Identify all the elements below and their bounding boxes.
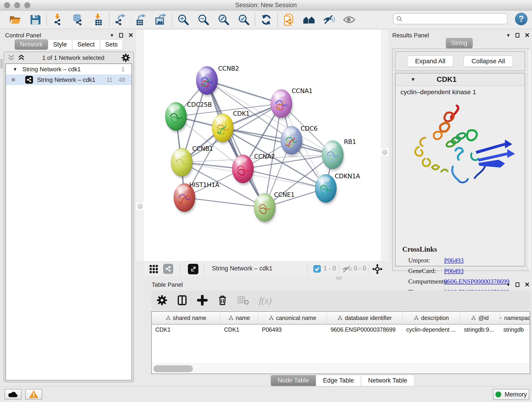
show-columns-icon[interactable] [177, 295, 187, 306]
control-panel-menu-icon[interactable]: ▼ [110, 33, 114, 38]
network-canvas[interactable]: CCNB2CCNA1CDC25BCDK1CDC6RB1CCNB1CCNA2CDK… [144, 30, 381, 261]
network-node-label: CDC25B [187, 101, 212, 108]
table-panel-menu-icon[interactable]: ▼ [506, 282, 511, 287]
table-cell[interactable]: CDK1 [152, 325, 220, 335]
tab-network[interactable]: Network [15, 39, 48, 50]
export-network-icon[interactable] [114, 14, 127, 26]
gear-icon[interactable] [121, 53, 130, 62]
expand-all-button[interactable]: Expand All [407, 56, 453, 67]
hidden-counts: 0 - 0 [354, 265, 366, 272]
help-button[interactable]: ? [515, 13, 527, 25]
tab-sets[interactable]: Sets [100, 39, 123, 50]
expand-all-icon[interactable] [17, 54, 25, 61]
network-tree-root-row[interactable]: ▼ String Network – cdk1 1 [6, 64, 132, 75]
tab-node-table[interactable]: Node Table [271, 375, 316, 386]
hidden-eye-icon[interactable] [342, 265, 352, 273]
zoom-out-icon[interactable] [197, 14, 209, 26]
left-splitter[interactable] [136, 30, 144, 261]
import-network-file-icon[interactable] [52, 14, 64, 26]
horizontal-splitter-grip[interactable] [336, 276, 342, 280]
show-all-icon[interactable] [343, 14, 355, 26]
table-cell[interactable]: P06493 [258, 325, 327, 335]
tab-style[interactable]: Style [48, 39, 72, 50]
grid-view-icon[interactable] [149, 265, 158, 274]
delete-column-icon[interactable] [217, 295, 228, 306]
first-neighbors-icon[interactable] [303, 14, 315, 26]
column-header-name[interactable]: name [220, 312, 258, 324]
table-horizontal-scrollbar[interactable] [152, 364, 530, 374]
column-header-description[interactable]: description [403, 312, 460, 324]
import-network-database-icon[interactable] [72, 14, 84, 26]
network-badge-icon[interactable] [163, 264, 173, 274]
memory-status-dot [495, 391, 501, 397]
column-header-sharedname[interactable]: shared name [152, 312, 220, 324]
open-session-icon[interactable] [9, 14, 21, 26]
toolbar-separator [277, 13, 278, 26]
column-header-id[interactable]: @id [460, 312, 500, 324]
zoom-selected-icon[interactable] [238, 14, 250, 26]
table-panel-float-icon[interactable] [515, 282, 519, 287]
tab-edge-table[interactable]: Edge Table [316, 375, 361, 386]
table-cell[interactable]: 9606.ENSP00000378699 [327, 325, 403, 335]
splitter-grip[interactable] [382, 150, 387, 155]
results-scrollbar-thumb[interactable] [0, 59, 3, 69]
clone-network-icon[interactable] [283, 14, 295, 26]
table-cell[interactable]: CDK1 [220, 325, 258, 335]
control-panel-close-icon[interactable]: ✕ [128, 32, 133, 39]
search-input[interactable] [403, 15, 501, 22]
tab-select[interactable]: Select [72, 39, 100, 50]
results-scrollbar[interactable] [528, 49, 532, 270]
zoom-fit-icon[interactable] [218, 14, 230, 26]
results-panel-menu-icon[interactable]: ▼ [506, 33, 511, 38]
save-session-icon[interactable] [29, 14, 41, 26]
memory-button[interactable]: Memory [493, 389, 529, 400]
table-cell[interactable]: stringdb [500, 325, 530, 335]
control-panel-float-icon[interactable] [119, 33, 123, 38]
table-cell[interactable]: cyclin-dependent ... [403, 325, 460, 335]
collapse-all-button[interactable]: Collapse All [463, 56, 513, 67]
network-panel-box: 1 of 1 Network selected ▼ String Network… [4, 51, 134, 382]
export-image-icon[interactable] [155, 14, 167, 26]
collapse-all-icon[interactable] [7, 54, 15, 61]
column-header-namespace[interactable]: namespace [500, 312, 530, 324]
control-panel-title: Control Panel [5, 32, 41, 39]
results-panel-close-icon[interactable]: ✕ [525, 32, 530, 39]
network-tree-row-selected[interactable]: String Network – cdk1 11 48 [6, 75, 132, 85]
selected-checkbox[interactable] [313, 265, 321, 273]
cloud-status-button[interactable] [5, 389, 22, 400]
export-table-icon[interactable] [135, 14, 147, 26]
zoom-in-icon[interactable] [177, 14, 189, 26]
tree-expander-icon[interactable]: ▼ [13, 67, 17, 72]
add-column-icon[interactable] [197, 295, 208, 306]
tab-network-table[interactable]: Network Table [361, 375, 414, 386]
import-table-icon[interactable] [92, 14, 104, 26]
table-panel-close-icon[interactable]: ✕ [525, 281, 530, 288]
table-row[interactable]: CDK1CDK1P064939606.ENSP00000378699cyclin… [152, 325, 530, 335]
hide-selected-icon[interactable] [323, 14, 335, 26]
network-node-label: CCNB1 [192, 145, 213, 152]
move-crosshair-icon[interactable] [372, 264, 383, 274]
column-header-databaseidentifier[interactable]: database identifier [327, 312, 403, 324]
crosslink-value-link[interactable]: P06493 [444, 267, 464, 274]
window-title: Session: New Session [0, 2, 532, 9]
node-result-description: cyclin–dependent kinase 1 [395, 86, 525, 96]
network-edge[interactable] [243, 169, 326, 188]
network-edge[interactable] [184, 198, 265, 207]
table-panel-tabs: Node TableEdge TableNetwork Table [271, 375, 414, 386]
right-splitter[interactable] [381, 30, 389, 261]
column-header-canonicalname[interactable]: canonical name [258, 312, 327, 324]
tab-string[interactable]: String [446, 38, 473, 48]
results-panel-float-icon[interactable] [515, 33, 519, 38]
crosslink-value-link[interactable]: P06493 [444, 257, 464, 264]
splitter-grip[interactable] [138, 204, 143, 209]
warning-status-button[interactable] [25, 389, 42, 400]
table-settings-gear-icon[interactable] [157, 295, 167, 306]
refresh-icon[interactable] [260, 14, 272, 26]
column-type-icon [228, 315, 234, 320]
table-panel-title: Table Panel [152, 281, 183, 288]
table-cell[interactable]: stringdb:9... [460, 325, 500, 335]
table-scrollbar-thumb[interactable] [153, 365, 193, 372]
node-result-header[interactable]: ▼ CDK1 [395, 73, 525, 86]
collapse-entry-icon[interactable]: ▼ [411, 77, 416, 83]
open-in-new-window-icon[interactable] [188, 264, 198, 274]
